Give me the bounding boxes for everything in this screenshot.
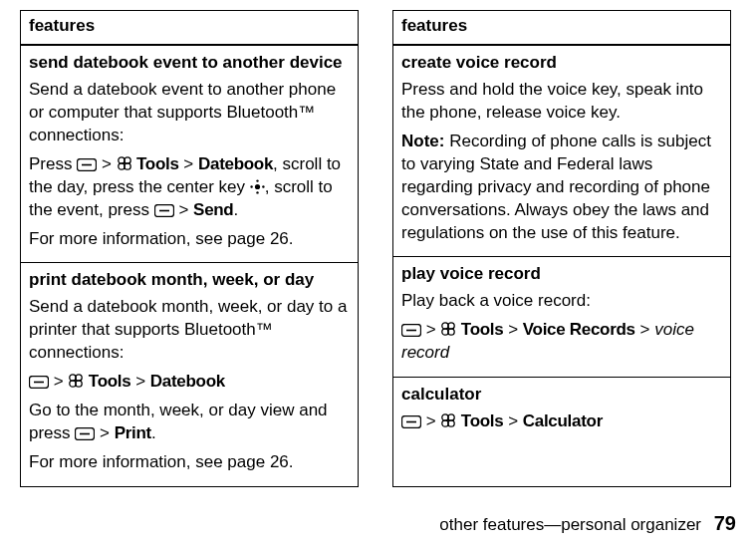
footer-section: other features—personal organizer <box>439 515 701 534</box>
menu-key-icon <box>75 427 95 440</box>
feature-title: create voice record <box>401 52 722 75</box>
menu-key-icon <box>77 158 97 171</box>
feature-instructions: Go to the month, week, or day view and p… <box>29 400 350 445</box>
right-row-1: play voice record Play back a voice reco… <box>393 257 730 378</box>
gt: > <box>183 154 193 173</box>
tools-icon <box>440 321 456 337</box>
feature-moreinfo: For more information, see page 26. <box>29 228 350 251</box>
gt: > <box>135 372 145 391</box>
gt: > <box>102 154 112 173</box>
feature-title: calculator <box>401 384 722 407</box>
svg-point-6 <box>255 184 260 189</box>
right-table: features create voice record Press and h… <box>392 10 731 487</box>
text: . <box>233 200 238 219</box>
left-row-1: print datebook month, week, or day Send … <box>21 263 358 486</box>
gt: > <box>426 411 436 430</box>
right-row-0: create voice record Press and hold the v… <box>393 46 730 258</box>
note-label: Note: <box>401 132 444 150</box>
text: Go to the month, week, or day view and p… <box>29 401 328 442</box>
gt: > <box>426 320 436 339</box>
svg-point-9 <box>250 185 252 187</box>
left-row-0: send datebook event to another device Se… <box>21 46 358 264</box>
menu-key-icon <box>29 376 49 389</box>
feature-desc: Press and hold the voice key, speak into… <box>401 79 722 125</box>
center-key-icon <box>250 179 265 194</box>
right-header: features <box>393 11 730 46</box>
feature-note: Note: Recording of phone calls is subjec… <box>401 131 722 245</box>
menu-datebook: Datebook <box>198 154 273 173</box>
gt: > <box>100 423 110 442</box>
right-row-2: calculator > Tools > Calculator <box>393 378 730 445</box>
menu-voicerecords: Voice Records <box>523 320 635 339</box>
gt: > <box>178 200 188 219</box>
svg-point-7 <box>256 179 258 181</box>
feature-title: send datebook event to another device <box>29 52 350 75</box>
note-body: Recording of phone calls is subject to v… <box>401 132 711 242</box>
left-table: features send datebook event to another … <box>20 10 359 487</box>
gt: > <box>54 372 64 391</box>
feature-path: > Tools > Voice Records > voice record <box>401 319 722 365</box>
feature-title: print datebook month, week, or day <box>29 269 350 292</box>
page-content: features send datebook event to another … <box>0 0 756 487</box>
page-footer: other features—personal organizer 79 <box>439 510 736 537</box>
gt: > <box>640 320 650 339</box>
feature-path: > Tools > Calculator <box>401 410 722 433</box>
text: Press <box>29 154 77 173</box>
tools-icon <box>440 412 456 428</box>
left-header: features <box>21 11 358 46</box>
menu-key-icon <box>154 204 174 217</box>
feature-title: play voice record <box>401 263 722 286</box>
menu-tools: Tools <box>132 154 179 173</box>
menu-tools: Tools <box>456 411 503 430</box>
page-number: 79 <box>714 512 736 534</box>
feature-desc: Send a datebook event to another phone o… <box>29 79 350 147</box>
feature-desc: Play back a voice record: <box>401 290 722 313</box>
menu-calculator: Calculator <box>523 411 603 430</box>
tools-icon <box>68 373 84 389</box>
menu-send: Send <box>193 200 233 219</box>
menu-key-icon <box>401 415 421 428</box>
gt: > <box>508 320 518 339</box>
feature-instructions: Press > Tools > Datebook, scroll to the … <box>29 153 350 222</box>
menu-datebook: Datebook <box>150 372 225 391</box>
menu-print: Print <box>115 423 151 442</box>
menu-key-icon <box>401 324 421 337</box>
tools-icon <box>117 155 132 171</box>
feature-moreinfo: For more information, see page 26. <box>29 451 350 474</box>
menu-tools: Tools <box>84 372 130 391</box>
feature-desc: Send a datebook month, week, or day to a… <box>29 296 350 365</box>
menu-tools: Tools <box>456 320 503 339</box>
svg-point-8 <box>256 191 258 193</box>
text: . <box>151 423 156 442</box>
gt: > <box>508 411 518 430</box>
feature-path: > Tools > Datebook <box>29 371 350 394</box>
